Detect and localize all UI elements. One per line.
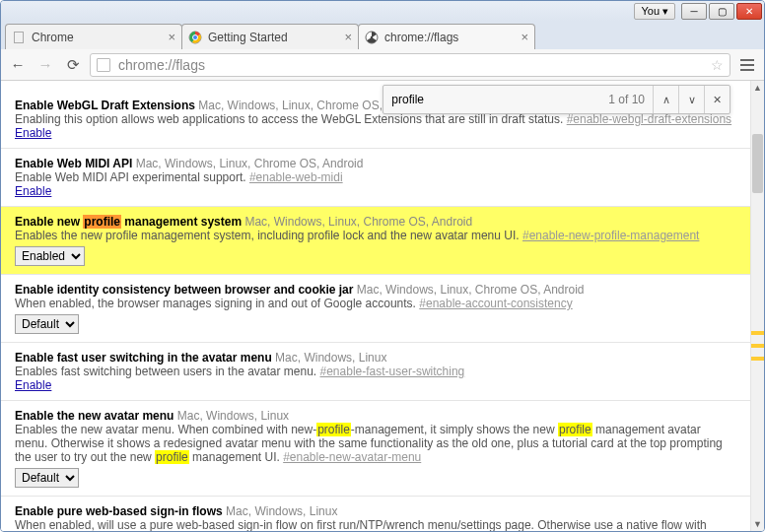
- svg-point-4: [371, 35, 374, 38]
- svg-point-2: [193, 34, 198, 39]
- find-input[interactable]: [383, 86, 600, 113]
- omnibox[interactable]: ☆: [90, 53, 730, 77]
- flag-item: Enable Web MIDI API Mac, Windows, Linux,…: [1, 149, 750, 207]
- chrome-icon: [188, 31, 202, 44]
- flag-desc: Enable Web MIDI API experimental support…: [15, 170, 343, 184]
- flag-title: Enable Web MIDI API: [15, 157, 132, 170]
- reload-button[interactable]: ⟳: [62, 54, 84, 76]
- page-content: 1 of 10 ∧ ∨ ✕ Enable WebGL Draft Extensi…: [1, 81, 750, 531]
- find-marker: [751, 344, 764, 348]
- flag-enable-link[interactable]: Enable: [15, 378, 51, 392]
- flag-hash-link[interactable]: #enable-new-profile-management: [522, 229, 699, 242]
- flag-enable-link[interactable]: Enable: [15, 126, 51, 140]
- flag-desc: Enables the new avatar menu. When combin…: [15, 423, 723, 464]
- flag-hash-link[interactable]: #enable-fast-user-switching: [320, 365, 465, 378]
- flag-title: Enable identity consistency between brow…: [15, 283, 353, 297]
- search-match: profile: [155, 450, 189, 464]
- back-button[interactable]: ←: [7, 54, 29, 76]
- url-input[interactable]: [116, 56, 711, 74]
- close-button[interactable]: ✕: [736, 3, 762, 20]
- flag-platforms: Mac, Windows, Linux, Chrome OS, Android: [357, 283, 585, 297]
- flag-hash-link[interactable]: #enable-webgl-draft-extensions: [567, 112, 731, 126]
- flag-hash-link[interactable]: #enable-account-consistency: [419, 297, 572, 310]
- flag-select[interactable]: Default: [15, 314, 79, 334]
- nuclear-icon: [365, 31, 379, 44]
- find-next-button[interactable]: ∨: [678, 86, 704, 113]
- bookmark-star-icon[interactable]: ☆: [711, 57, 724, 73]
- flag-item: Enable pure web-based sign-in flows Mac,…: [1, 497, 750, 531]
- close-icon[interactable]: ×: [521, 30, 528, 44]
- tab-chrome[interactable]: Chrome ×: [5, 24, 182, 49]
- scroll-up-button[interactable]: ▲: [751, 81, 764, 95]
- find-marker: [751, 357, 764, 361]
- find-count: 1 of 10: [600, 93, 653, 106]
- flag-title: Enable WebGL Draft Extensions: [15, 99, 195, 112]
- vertical-scrollbar[interactable]: ▲ ▼: [750, 81, 764, 531]
- flag-desc: Enabling this option allows web applicat…: [15, 112, 731, 126]
- chevron-down-icon: ▾: [662, 5, 668, 18]
- tab-strip: Chrome × Getting Started × chrome://flag…: [1, 21, 764, 49]
- flag-item: Enable identity consistency between brow…: [1, 275, 750, 343]
- close-icon[interactable]: ×: [344, 30, 352, 44]
- tab-title: chrome://flags: [384, 31, 517, 44]
- hamburger-menu-button[interactable]: [736, 54, 758, 76]
- tab-flags[interactable]: chrome://flags ×: [358, 24, 535, 49]
- find-marker: [751, 331, 764, 335]
- find-bar: 1 of 10 ∧ ∨ ✕: [382, 85, 730, 114]
- minimize-button[interactable]: ─: [681, 3, 707, 20]
- flag-item: Enable the new avatar menu Mac, Windows,…: [1, 401, 750, 497]
- flag-title: Enable fast user switching in the avatar…: [15, 351, 272, 365]
- flag-select[interactable]: Enabled: [15, 246, 85, 266]
- flag-item-highlighted: Enable new profile management system Mac…: [1, 207, 750, 275]
- flag-desc: Enables fast switching between users in …: [15, 365, 464, 378]
- flag-hash-link[interactable]: #enable-web-midi: [249, 170, 343, 184]
- search-match: profile: [558, 423, 592, 436]
- scrollbar-track[interactable]: [751, 95, 764, 517]
- tab-title: Getting Started: [208, 31, 340, 44]
- flag-desc: When enabled, the browser manages signin…: [15, 297, 573, 310]
- user-label: You: [641, 5, 660, 17]
- flag-platforms: Mac, Windows, Linux: [177, 409, 289, 423]
- flag-item: Enable fast user switching in the avatar…: [1, 343, 750, 401]
- maximize-button[interactable]: ▢: [709, 3, 734, 20]
- flag-platforms: Mac, Windows, Linux: [226, 504, 337, 518]
- search-match: profile: [316, 423, 351, 436]
- flag-desc: Enables the new profile management syste…: [15, 229, 699, 242]
- flag-title: Enable new profile management system: [15, 215, 242, 229]
- flag-title: Enable pure web-based sign-in flows: [15, 504, 223, 518]
- flag-select[interactable]: Default: [15, 468, 79, 488]
- flag-platforms: Mac, Windows, Linux: [275, 351, 386, 365]
- page-icon: [12, 31, 26, 44]
- search-match-active: profile: [83, 215, 121, 229]
- scrollbar-thumb[interactable]: [752, 134, 763, 193]
- find-prev-button[interactable]: ∧: [653, 86, 678, 113]
- flags-list: Enable WebGL Draft Extensions Mac, Windo…: [1, 81, 750, 531]
- page-icon: [97, 58, 110, 72]
- flag-desc: When enabled, will use a pure web-based …: [15, 518, 707, 531]
- tab-title: Chrome: [32, 31, 164, 44]
- toolbar: ← → ⟳ ☆: [1, 49, 764, 81]
- flag-hash-link[interactable]: #enable-new-avatar-menu: [283, 450, 421, 464]
- flag-platforms: Mac, Windows, Linux, Chrome OS, Android: [244, 215, 472, 229]
- flag-enable-link[interactable]: Enable: [15, 184, 51, 198]
- close-icon[interactable]: ×: [168, 30, 175, 44]
- forward-button: →: [35, 54, 56, 76]
- user-button[interactable]: You ▾: [634, 3, 675, 20]
- window-titlebar: You ▾ ─ ▢ ✕: [1, 1, 764, 21]
- flag-title: Enable the new avatar menu: [15, 409, 174, 423]
- find-close-button[interactable]: ✕: [704, 86, 730, 113]
- tab-getting-started[interactable]: Getting Started ×: [181, 24, 359, 49]
- flag-platforms: Mac, Windows, Linux, Chrome OS, Android: [136, 157, 364, 170]
- scroll-down-button[interactable]: ▼: [751, 517, 764, 531]
